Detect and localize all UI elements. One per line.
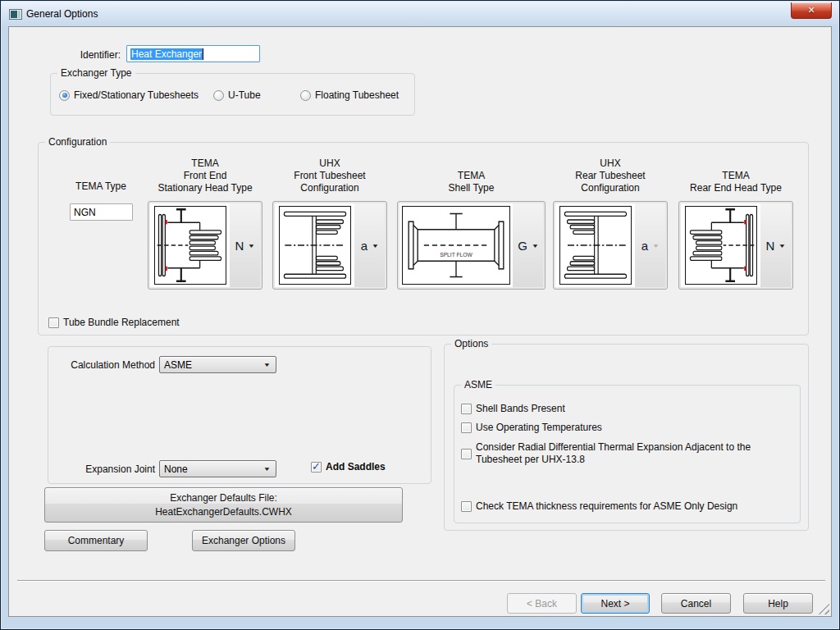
configuration-legend: Configuration [45,136,110,148]
shell-type-selector[interactable]: SPLIT FLOW G ▼ [397,201,546,290]
rear-tubesheet-header: UHX Rear Tubesheet Configuration [553,155,668,194]
calculation-method-value: ASME [164,359,192,371]
exchanger-options-button[interactable]: Exchanger Options [192,530,295,551]
tube-bundle-replacement-checkbox[interactable]: Tube Bundle Replacement [48,317,180,328]
help-button[interactable]: Help [743,593,813,614]
footer-separator [17,580,825,582]
checkbox-icon [311,462,322,472]
rear-head-dropdown: N ▼ [760,203,791,287]
general-options-dialog: General Options ✕ Identifier: Heat Excha… [0,0,840,630]
dialog-body: Identifier: Heat Exchanger Exchanger Typ… [8,26,832,617]
identifier-value: Heat Exchanger [130,48,203,60]
cancel-label: Cancel [681,598,711,609]
shell-type-header: TEMA Shell Type [397,155,546,194]
radio-icon [300,90,311,101]
expansion-joint-label: Expansion Joint [58,463,155,475]
chevron-down-icon: ▼ [652,243,660,249]
exchanger-defaults-file-button[interactable]: Exchanger Defaults File: HeatExchangerDe… [44,487,403,523]
chevron-down-icon: ▼ [263,466,271,472]
rear-tubesheet-dropdown: a ▼ [635,203,665,287]
radio-label: U-Tube [228,89,261,101]
checkbox-label: Tube Bundle Replacement [63,317,180,328]
resize-grip[interactable] [818,603,829,614]
front-tubesheet-diagram [275,203,354,287]
next-label: Next > [600,598,629,609]
rear-head-value: N [766,240,775,252]
identifier-label: Identifier: [39,49,121,61]
help-label: Help [768,598,788,609]
rear-tubesheet-diagram [555,203,635,287]
radio-icon [59,90,70,101]
window-title: General Options [26,8,98,20]
options-legend: Options [451,338,491,350]
expansion-joint-value: None [164,463,188,475]
shell-type-dropdown: G ▼ [513,203,543,287]
front-tubesheet-value: a [361,240,368,252]
front-head-selector[interactable]: N ▼ [148,201,262,290]
shell-type-diagram: SPLIT FLOW [399,203,513,287]
checkbox-label: Shell Bands Present [476,403,565,414]
next-button[interactable]: Next > [581,593,650,614]
rear-tubesheet-selector[interactable]: a ▼ [553,201,668,290]
close-icon: ✕ [807,6,815,15]
defaults-file-line1: Exchanger Defaults File: [170,491,277,505]
front-head-value: N [235,240,244,252]
asme-legend: ASME [461,379,495,391]
calculation-method-label: Calculation Method [58,359,155,371]
radio-u-tube[interactable]: U-Tube [213,89,261,101]
checkbox-icon [461,404,472,414]
checkbox-label: Add Saddles [326,461,386,472]
checkbox-label: Check TEMA thickness requirements for AS… [476,500,737,512]
back-label: < Back [527,598,557,609]
cancel-button[interactable]: Cancel [661,593,731,614]
configuration-group: Configuration TEMA Type NGN TEMA Front E… [38,142,809,336]
tema-type-input[interactable]: NGN [70,203,133,221]
shell-type-caption: SPLIT FLOW [440,252,472,258]
chevron-down-icon: ▼ [372,243,379,249]
commentary-label: Commentary [68,535,125,546]
tema-type-label: TEMA Type [62,180,140,192]
close-button[interactable]: ✕ [791,2,832,19]
rear-tubesheet-value: a [641,240,648,252]
rear-head-selector[interactable]: N ▼ [678,201,793,290]
shell-bands-checkbox[interactable]: Shell Bands Present [461,403,565,414]
chevron-down-icon: ▼ [263,362,271,368]
exchanger-options-label: Exchanger Options [202,535,285,546]
expansion-joint-select[interactable]: None ▼ [159,460,276,477]
operating-temperatures-checkbox[interactable]: Use Operating Temperatures [461,422,602,433]
front-tubesheet-header: UHX Front Tubesheet Configuration [272,155,387,194]
add-saddles-checkbox[interactable]: Add Saddles [311,461,386,472]
exchanger-type-legend: Exchanger Type [57,67,135,80]
checkbox-icon [48,317,59,328]
commentary-button[interactable]: Commentary [44,530,148,551]
radio-label: Floating Tubesheet [315,89,399,101]
checkbox-label: Consider Radial Differential Thermal Exp… [476,441,797,466]
front-tubesheet-selector[interactable]: a ▼ [272,201,387,290]
exchanger-type-group: Exchanger Type Fixed/Stationary Tubeshee… [50,73,415,116]
rear-head-header: TEMA Rear End Head Type [678,155,793,194]
checkbox-icon [461,501,472,512]
chevron-down-icon: ▼ [248,243,255,249]
defaults-file-line2: HeatExchangerDefaults.CWHX [155,505,292,519]
shell-type-value: G [518,240,527,252]
calculation-method-select[interactable]: ASME ▼ [159,356,276,373]
radio-floating-tubesheet[interactable]: Floating Tubesheet [300,89,399,101]
front-head-dropdown: N ▼ [230,203,260,287]
front-head-diagram [150,203,230,287]
text-caret [203,48,203,60]
tema-type-value: NGN [74,207,96,218]
back-button[interactable]: < Back [507,593,577,614]
tema-thickness-checkbox[interactable]: Check TEMA thickness requirements for AS… [461,500,737,512]
radio-label: Fixed/Stationary Tubesheets [74,89,199,101]
front-tubesheet-dropdown: a ▼ [354,203,385,287]
chevron-down-icon: ▼ [532,243,539,249]
app-icon [9,7,22,21]
chevron-down-icon: ▼ [778,243,786,249]
titlebar[interactable]: General Options ✕ [2,2,838,26]
radio-fixed-tubesheets[interactable]: Fixed/Stationary Tubesheets [59,89,199,101]
radio-icon [213,90,224,101]
identifier-input[interactable]: Heat Exchanger [126,45,260,62]
checkbox-icon [461,422,472,433]
radial-expansion-checkbox[interactable]: Consider Radial Differential Thermal Exp… [461,441,797,466]
rear-head-diagram [681,203,760,287]
